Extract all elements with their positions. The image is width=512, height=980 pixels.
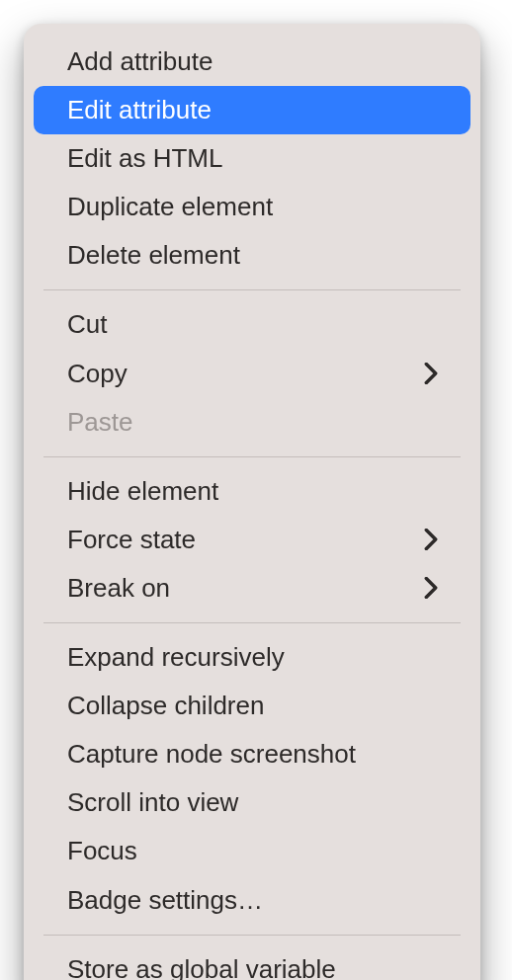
menu-item-label: Cut — [67, 307, 441, 342]
menu-item-break-on[interactable]: Break on — [34, 564, 470, 612]
menu-item-label: Store as global variable — [67, 952, 441, 980]
chevron-right-icon — [421, 578, 441, 598]
context-menu: Add attributeEdit attributeEdit as HTMLD… — [24, 24, 480, 980]
menu-item-hide-element[interactable]: Hide element — [34, 467, 470, 516]
menu-item-label: Focus — [67, 834, 441, 868]
menu-item-capture-node-screenshot[interactable]: Capture node screenshot — [34, 730, 470, 778]
menu-item-edit-as-html[interactable]: Edit as HTML — [34, 134, 470, 183]
menu-item-label: Force state — [67, 523, 421, 557]
menu-item-label: Capture node screenshot — [67, 737, 441, 772]
menu-item-label: Edit attribute — [67, 93, 441, 127]
menu-item-cut[interactable]: Cut — [34, 300, 470, 349]
menu-item-label: Paste — [67, 405, 441, 440]
menu-item-label: Add attribute — [67, 44, 441, 79]
menu-item-copy[interactable]: Copy — [34, 350, 470, 398]
menu-item-label: Delete element — [67, 238, 441, 273]
menu-item-label: Copy — [67, 357, 421, 391]
menu-item-collapse-children[interactable]: Collapse children — [34, 682, 470, 730]
menu-item-focus[interactable]: Focus — [34, 827, 470, 875]
menu-item-scroll-into-view[interactable]: Scroll into view — [34, 778, 470, 827]
menu-item-label: Break on — [67, 571, 421, 606]
menu-separator — [43, 622, 461, 623]
menu-item-label: Collapse children — [67, 689, 441, 723]
chevron-right-icon — [421, 364, 441, 383]
menu-item-paste: Paste — [34, 398, 470, 447]
menu-item-label: Hide element — [67, 474, 441, 509]
chevron-right-icon — [421, 530, 441, 549]
menu-item-label: Scroll into view — [67, 785, 441, 820]
menu-item-label: Duplicate element — [67, 190, 441, 224]
menu-item-label: Badge settings… — [67, 883, 441, 918]
menu-item-duplicate-element[interactable]: Duplicate element — [34, 183, 470, 231]
menu-separator — [43, 289, 461, 290]
menu-item-force-state[interactable]: Force state — [34, 516, 470, 564]
menu-item-badge-settings[interactable]: Badge settings… — [34, 876, 470, 925]
menu-item-label: Expand recursively — [67, 640, 441, 675]
menu-item-label: Edit as HTML — [67, 141, 441, 176]
menu-item-expand-recursively[interactable]: Expand recursively — [34, 633, 470, 682]
menu-item-edit-attribute[interactable]: Edit attribute — [34, 86, 470, 134]
menu-item-delete-element[interactable]: Delete element — [34, 231, 470, 280]
menu-item-add-attribute[interactable]: Add attribute — [34, 38, 470, 86]
menu-separator — [43, 935, 461, 936]
menu-item-store-as-global-variable[interactable]: Store as global variable — [34, 945, 470, 980]
menu-separator — [43, 456, 461, 457]
